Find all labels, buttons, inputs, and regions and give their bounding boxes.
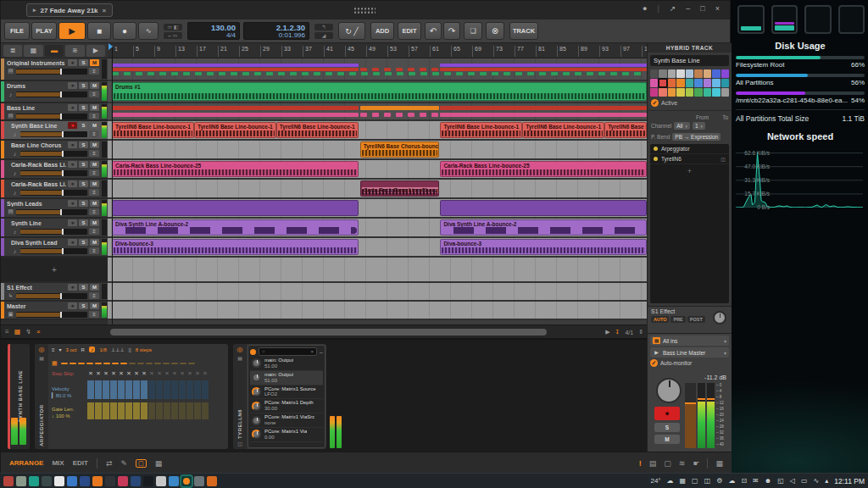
solo-button[interactable]: S	[79, 82, 88, 89]
arp-gate-cells[interactable]	[87, 402, 209, 419]
scroll-play-icon[interactable]: ▶	[605, 329, 609, 336]
arp-skip-step[interactable]: ✕	[186, 370, 193, 377]
arp-gate-step[interactable]	[202, 402, 209, 419]
arp-pattern-step[interactable]	[86, 363, 93, 364]
arranger-clip[interactable]: Diva-bounce-3	[112, 239, 359, 255]
file-button[interactable]: FILE	[4, 22, 30, 40]
arp-retrigger[interactable]: R	[81, 347, 85, 352]
solo-button[interactable]: S	[654, 423, 680, 432]
pbend-mode-button[interactable]: PB → Expression	[672, 133, 721, 141]
arranger-clip[interactable]: Carla-Rack Bass Line Chorus-bounce	[360, 180, 439, 197]
solo-button[interactable]: S	[79, 219, 88, 226]
output-routing-dropdown[interactable]: ▶ Bass Line Master ▾	[650, 347, 729, 358]
arp-velocity-step[interactable]	[171, 380, 178, 399]
workspace-3[interactable]	[804, 5, 832, 34]
arp-pattern-step[interactable]	[163, 363, 170, 364]
param-row[interactable]: PCore: Matrix1 ViaSrcnone	[250, 413, 323, 428]
mute-button[interactable]: M	[90, 82, 99, 89]
device-preset-icon[interactable]: ▤	[39, 356, 44, 361]
arp-velocity-step[interactable]	[95, 380, 102, 399]
follow-playhead-icon[interactable]: ↧	[615, 329, 620, 336]
tray-icon-0[interactable]: ▦	[680, 477, 687, 485]
track-volume-slider[interactable]	[20, 131, 87, 137]
workspace-4[interactable]	[838, 5, 865, 34]
arp-dropdown-icon[interactable]: ▾	[59, 347, 62, 352]
solo-button[interactable]: S	[79, 180, 88, 187]
track-row[interactable]: Master●SM▣≡	[1, 302, 108, 320]
collapse-icon[interactable]: –	[320, 349, 323, 355]
palette-color[interactable]	[676, 69, 684, 78]
mute-button[interactable]: M	[90, 180, 99, 187]
record-arm-button[interactable]: ●	[68, 200, 77, 207]
arp-skip-step[interactable]: ✕	[141, 370, 147, 377]
chain-device-1[interactable]: TyrellN6◫	[650, 154, 729, 164]
arranger-row[interactable]: TyrellN6 Base Chorus-bounce-1	[108, 141, 647, 160]
taskbar-app-icon-1[interactable]	[16, 476, 26, 486]
palette-color[interactable]	[686, 69, 693, 78]
param-row[interactable]: PCore: Matrix1 Depth30.00	[250, 399, 323, 413]
pen-tool-icon[interactable]: ✎	[120, 459, 127, 468]
palette-color[interactable]	[694, 79, 702, 87]
palette-color[interactable]	[704, 69, 711, 78]
zoom-level[interactable]: 4/1	[625, 330, 633, 336]
param-knob[interactable]	[252, 358, 261, 368]
stop-button[interactable]: ■	[87, 22, 111, 40]
palette-color[interactable]	[694, 88, 702, 97]
arranger-row[interactable]: Carla-Rack Bass Line-bounce-25Carla-Rack…	[108, 160, 647, 180]
arp-velocity-step[interactable]	[164, 380, 170, 399]
palette-color[interactable]	[704, 88, 711, 97]
mute-button[interactable]: M	[90, 122, 99, 129]
record-arm-button[interactable]: ●	[68, 239, 77, 246]
track-footer-icon-3[interactable]: ×	[36, 328, 41, 336]
arranger-clip[interactable]	[440, 200, 647, 216]
tray-icon-6[interactable]: ✉	[753, 477, 759, 485]
arranger-row[interactable]: Diva-bounce-3Diva-bounce-3	[108, 238, 647, 258]
param-search-input[interactable]: ○ ×	[259, 347, 317, 356]
track-volume-slider[interactable]	[20, 190, 87, 196]
track-menu-button[interactable]: ≡	[89, 208, 99, 215]
record-arm-button[interactable]: ●	[68, 284, 77, 291]
tab-close-icon[interactable]: ×	[103, 7, 107, 14]
tab-mix[interactable]: MIX	[52, 459, 64, 467]
palette-color[interactable]	[676, 88, 684, 97]
s1-mode-auto[interactable]: AUTO	[651, 316, 669, 323]
arp-velocity-step[interactable]	[87, 380, 94, 399]
arp-skip-cells[interactable]: ✕✕✕✕✕✕✕✕✕✕✕✕✕✕✕✕	[87, 370, 209, 377]
record-arm-button[interactable]: ●	[68, 104, 77, 111]
record-button[interactable]: ●	[113, 22, 136, 40]
record-arm-button[interactable]: ●	[68, 161, 77, 168]
tray-icon-8[interactable]: ◱	[777, 477, 784, 485]
arp-pattern-step[interactable]	[95, 363, 102, 364]
mute-button[interactable]: M	[90, 302, 99, 309]
plugin-window-icon[interactable]: ◫	[237, 441, 242, 446]
hand-icon[interactable]: ☛	[693, 459, 699, 468]
track-menu-button[interactable]: ≡	[89, 68, 99, 75]
device-power-icon[interactable]: ◎	[39, 347, 45, 353]
tray-icon-10[interactable]: ▭	[801, 477, 808, 485]
track-volume-slider[interactable]	[20, 248, 87, 254]
dual-view-icon[interactable]: ⇄	[106, 459, 113, 468]
arp-gate-step[interactable]	[87, 402, 94, 419]
mute-button[interactable]: M	[90, 104, 99, 111]
arranger-row[interactable]: TyrellN6 Base Line-bounce-1TyrellN6 Base…	[108, 121, 647, 141]
track-menu-button[interactable]: ≡	[89, 189, 99, 196]
palette-color[interactable]	[676, 79, 684, 87]
arp-gate-step[interactable]	[133, 402, 140, 419]
arranger-row[interactable]	[108, 302, 647, 320]
track-row[interactable]: Base Line Chorus●SM♪≡	[1, 141, 108, 160]
arp-pattern-step[interactable]	[70, 363, 76, 364]
arp-steps-count[interactable]: 8 steps	[136, 347, 152, 352]
maximize-icon[interactable]: □	[700, 4, 704, 13]
arranger-row[interactable]	[108, 103, 647, 121]
palette-color[interactable]	[650, 69, 658, 78]
tray-icon-2[interactable]: ◫	[704, 477, 711, 485]
arp-skip-step[interactable]: ✕	[148, 370, 155, 377]
track-row[interactable]: S1 Effect●SM↳≡	[1, 283, 108, 302]
track-height-icon[interactable]: ≣	[3, 45, 22, 57]
tempo-display[interactable]: 130.004/4	[187, 22, 240, 40]
add-track-area[interactable]: +	[1, 258, 108, 283]
taskbar-app-icon-6[interactable]	[80, 476, 90, 486]
clip-mode-icon[interactable]: ▬	[45, 45, 64, 57]
arp-skip-step[interactable]: ✕	[164, 370, 170, 377]
arp-pattern-step[interactable]	[154, 363, 161, 364]
